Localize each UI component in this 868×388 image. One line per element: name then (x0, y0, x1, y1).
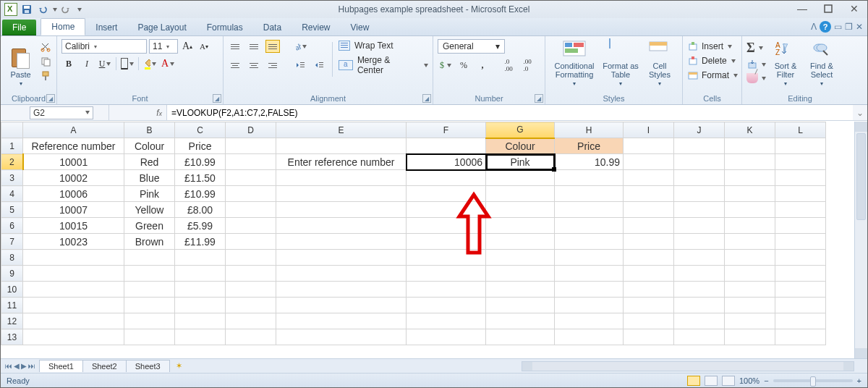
cell-F3[interactable] (407, 170, 486, 186)
cell-D5[interactable] (226, 202, 276, 218)
row-header-3[interactable]: 3 (1, 170, 23, 186)
workbook-close-icon[interactable]: ✕ (856, 22, 863, 32)
tab-formulas[interactable]: Formulas (197, 20, 253, 35)
sheet-tab-1[interactable]: Sheet1 (39, 360, 83, 372)
cell-I8[interactable] (624, 250, 674, 266)
cell-E1[interactable] (276, 138, 407, 154)
row-header-11[interactable]: 11 (1, 298, 23, 313)
cell-C1[interactable]: Price (175, 138, 226, 154)
cell-C8[interactable] (175, 250, 226, 266)
cell-F8[interactable] (407, 250, 486, 266)
cell-E12[interactable] (276, 313, 407, 329)
orientation-icon[interactable]: ab (293, 39, 307, 54)
cell-K6[interactable] (725, 218, 775, 234)
delete-cells-button[interactable]: Delete (687, 55, 738, 67)
worksheet-grid[interactable]: ABCDEFGHIJKL1Reference numberColourPrice… (1, 122, 867, 358)
cell-D10[interactable] (226, 282, 276, 298)
fx-icon[interactable]: fx (156, 108, 162, 118)
workbook-restore-icon[interactable]: ❐ (845, 22, 853, 32)
cell-H3[interactable] (555, 170, 624, 186)
cell-H7[interactable] (555, 234, 624, 250)
cell-B12[interactable] (124, 313, 175, 329)
cell-L12[interactable] (775, 313, 826, 329)
minimize-button[interactable]: — (792, 2, 812, 15)
cell-A3[interactable]: 10002 (23, 170, 124, 186)
insert-cells-button[interactable]: Insert (687, 41, 738, 52)
cell-L9[interactable] (775, 266, 826, 282)
view-page-break-icon[interactable] (722, 376, 735, 386)
italic-button[interactable]: I (80, 56, 94, 71)
cell-A2[interactable]: 10001 (23, 154, 124, 170)
cell-D6[interactable] (226, 218, 276, 234)
cell-H10[interactable] (555, 282, 624, 298)
font-name-combo[interactable]: Calibri▾ (61, 39, 147, 54)
cell-K11[interactable] (725, 298, 775, 313)
tab-home[interactable]: Home (41, 18, 85, 35)
cell-K5[interactable] (725, 202, 775, 218)
column-header-E[interactable]: E (276, 122, 407, 138)
cell-G8[interactable] (486, 250, 555, 266)
vertical-scrollbar[interactable] (854, 122, 867, 358)
sheet-nav-first-icon[interactable]: ⏮ (5, 362, 12, 370)
undo-icon[interactable] (35, 2, 50, 17)
cell-H12[interactable] (555, 313, 624, 329)
shrink-font-icon[interactable]: A▾ (197, 39, 211, 54)
tab-review[interactable]: Review (292, 20, 340, 35)
minimize-ribbon-icon[interactable]: ᐱ (811, 22, 817, 32)
cell-J4[interactable] (674, 186, 725, 202)
decrease-indent-icon[interactable] (293, 58, 307, 72)
cell-H8[interactable] (555, 250, 624, 266)
cell-J9[interactable] (674, 266, 725, 282)
cell-B2[interactable]: Red (124, 154, 175, 170)
cell-C12[interactable] (175, 313, 226, 329)
row-header-1[interactable]: 1 (1, 138, 23, 154)
cell-D9[interactable] (226, 266, 276, 282)
cell-D8[interactable] (226, 250, 276, 266)
cell-G4[interactable] (486, 186, 555, 202)
row-header-13[interactable]: 13 (1, 329, 23, 345)
cell-C3[interactable]: £11.50 (175, 170, 226, 186)
undo-dropdown-icon[interactable] (53, 8, 57, 12)
format-as-table-button[interactable]: Format as Table▾ (600, 39, 641, 87)
view-page-layout-icon[interactable] (705, 376, 718, 386)
align-middle-icon[interactable] (247, 40, 261, 53)
tab-insert[interactable]: Insert (85, 20, 127, 35)
cell-E11[interactable] (276, 298, 407, 313)
cell-D3[interactable] (226, 170, 276, 186)
wrap-text-button[interactable]: Wrap Text (339, 41, 428, 51)
cell-J8[interactable] (674, 250, 725, 266)
cell-G9[interactable] (486, 266, 555, 282)
cell-E13[interactable] (276, 329, 407, 345)
cell-E2[interactable]: Enter reference number (276, 154, 407, 170)
sheet-nav-last-icon[interactable]: ⏭ (28, 362, 35, 370)
sheet-nav-prev-icon[interactable]: ◀ (14, 362, 20, 370)
cell-E3[interactable] (276, 170, 407, 186)
cell-H2[interactable]: 10.99 (555, 154, 624, 170)
cell-J5[interactable] (674, 202, 725, 218)
format-painter-icon[interactable] (39, 69, 52, 83)
sheet-tab-2[interactable]: Sheet2 (82, 360, 127, 372)
cell-I1[interactable] (624, 138, 674, 154)
cell-I4[interactable] (624, 186, 674, 202)
cell-F13[interactable] (407, 329, 486, 345)
cell-A1[interactable]: Reference number (23, 138, 124, 154)
row-header-5[interactable]: 5 (1, 202, 23, 218)
cell-K4[interactable] (725, 186, 775, 202)
row-header-10[interactable]: 10 (1, 282, 23, 298)
cell-J3[interactable] (674, 170, 725, 186)
help-icon[interactable]: ? (820, 21, 831, 33)
cell-A9[interactable] (23, 266, 124, 282)
find-select-button[interactable]: Find & Select▾ (805, 39, 838, 87)
cell-D7[interactable] (226, 234, 276, 250)
format-cells-button[interactable]: Format (687, 69, 738, 81)
tab-data[interactable]: Data (253, 20, 292, 35)
paste-button[interactable]: Paste ▾ (5, 39, 36, 87)
column-header-F[interactable]: F (407, 122, 486, 138)
cell-E5[interactable] (276, 202, 407, 218)
cell-A6[interactable]: 10015 (23, 218, 124, 234)
column-header-C[interactable]: C (175, 122, 226, 138)
cell-L4[interactable] (775, 186, 826, 202)
column-header-B[interactable]: B (124, 122, 175, 138)
cell-styles-button[interactable]: Cell Styles▾ (642, 39, 677, 87)
increase-indent-icon[interactable] (312, 58, 326, 72)
